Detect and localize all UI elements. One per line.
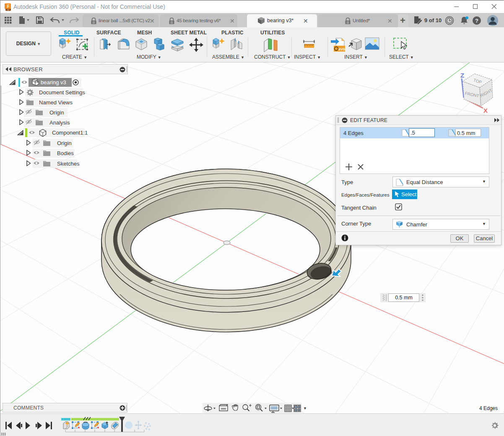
svg-text:SVG: SVG (338, 47, 345, 51)
svg-text:F: F (7, 4, 9, 9)
svg-text:X: X (483, 107, 488, 114)
svg-text:?: ? (475, 18, 478, 24)
svg-text:360: 360 (7, 9, 10, 11)
svg-text:Z: Z (460, 72, 464, 79)
